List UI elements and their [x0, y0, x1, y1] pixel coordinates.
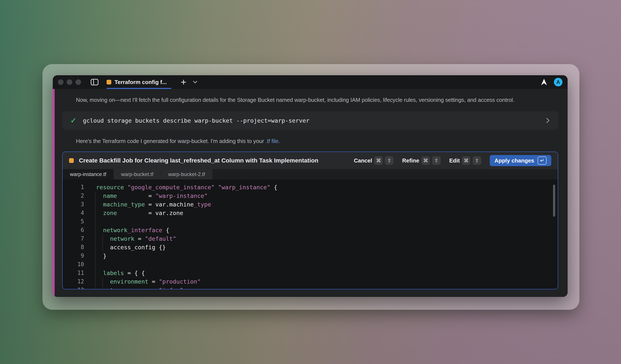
code-text: environment = "production"	[96, 278, 201, 285]
agent-message: Now, moving on—next I'll fetch the full …	[76, 96, 558, 103]
panel-header: Create Backfill Job for Clearing last_re…	[63, 152, 558, 169]
close-button[interactable]	[58, 79, 64, 85]
line-number: 7	[63, 235, 84, 242]
command-text: gcloud storage buckets describe warp-buc…	[83, 117, 310, 124]
sidebar-icon	[91, 79, 98, 85]
code-text: machine_type = var.machine_type	[96, 201, 211, 208]
code-text: name = "warp-instance"	[96, 193, 207, 199]
code-text: }	[96, 252, 106, 259]
line-number: 12	[63, 278, 84, 285]
code-line: 8 access_config {}	[63, 243, 558, 251]
code-line: 9 }	[63, 251, 558, 260]
cmd-keycap: ⌘	[374, 156, 383, 165]
code-line: 10	[63, 260, 558, 269]
avatar-letter: A	[556, 79, 560, 85]
cmd-keycap: ⌘	[462, 156, 470, 165]
file-tabs: warp-instance.tfwarp-bucket.tfwarp-bucke…	[63, 169, 558, 180]
chat-pane: Now, moving on—next I'll fetch the full …	[53, 89, 568, 297]
panel-actions: Cancel ⌘ ⇧ Refine ⌘ ⇧ Edit ⌘ ⇧	[345, 155, 551, 166]
scrollbar[interactable]	[553, 184, 555, 217]
line-number: 3	[63, 201, 84, 208]
expand-command-button[interactable]	[546, 117, 550, 124]
file-tab[interactable]: warp-bucket-2.tf	[161, 169, 212, 180]
code-line: 7 network = "default"	[63, 234, 558, 243]
code-text: network_interface {	[96, 227, 169, 233]
app-window: Terraform config f... + A Now, moving on…	[53, 75, 568, 297]
sidebar-toggle-button[interactable]	[90, 79, 99, 86]
code-line: 11 labels = { {	[63, 269, 558, 277]
code-lines: 1resource "google_compute_instance" "war…	[63, 183, 558, 289]
desktop-background: Terraform config f... + A Now, moving on…	[0, 0, 621, 364]
chevron-down-icon	[192, 80, 198, 84]
line-number: 4	[63, 210, 84, 216]
file-tab[interactable]: warp-instance.tf	[63, 169, 114, 180]
tab-title: Terraform config f...	[115, 79, 167, 85]
code-line: 6 network_interface {	[63, 226, 558, 234]
panel-status-icon	[69, 158, 74, 163]
code-text: resource "google_compute_instance" "warp…	[96, 184, 277, 191]
line-number: 6	[63, 227, 84, 233]
new-tab-button[interactable]: +	[181, 77, 186, 87]
indent-guide	[103, 234, 103, 251]
edit-button[interactable]: Edit ⌘ ⇧	[449, 156, 481, 165]
agent-message: Here's the Terraform code I generated fo…	[76, 137, 558, 145]
command-block[interactable]: ✓ gcloud storage buckets describe warp-b…	[62, 111, 558, 130]
indent-guide	[95, 191, 96, 289]
warp-logo-icon	[540, 79, 548, 86]
code-line: 13 team = "infra"	[63, 286, 558, 289]
code-line: 12 environment = "production"	[63, 277, 558, 286]
line-number: 2	[63, 193, 84, 199]
chevron-right-icon	[546, 117, 550, 124]
code-text: zone = var.zone	[96, 210, 183, 216]
cmd-keycap: ⌘	[421, 156, 430, 165]
line-number: 13	[63, 287, 84, 289]
line-number: 5	[63, 218, 84, 225]
shift-keycap: ⇧	[385, 156, 394, 165]
code-diff-panel: Create Backfill Job for Clearing last_re…	[62, 151, 558, 289]
shift-keycap: ⇧	[473, 156, 481, 165]
terminal-tab[interactable]: Terraform config f...	[106, 75, 171, 89]
tf-file-link[interactable]: .tf file.	[265, 138, 280, 144]
panel-title: Create Backfill Job for Clearing last_re…	[79, 157, 318, 164]
refine-button[interactable]: Refine ⌘ ⇧	[402, 156, 440, 165]
line-number: 9	[63, 252, 84, 259]
line-number: 8	[63, 244, 84, 250]
code-line: 4 zone = var.zone	[63, 209, 558, 217]
code-text: team = "infra"	[96, 287, 183, 289]
cancel-button[interactable]: Cancel ⌘ ⇧	[354, 156, 394, 165]
line-number: 10	[63, 261, 84, 267]
line-number: 11	[63, 270, 84, 276]
code-text: network = "default"	[96, 235, 176, 242]
indent-guide	[103, 277, 103, 289]
tab-dropdown-button[interactable]	[192, 80, 198, 84]
code-line: 1resource "google_compute_instance" "war…	[63, 183, 558, 191]
success-check-icon: ✓	[70, 116, 77, 125]
shift-keycap: ⇧	[432, 156, 441, 165]
maximize-button[interactable]	[75, 79, 81, 85]
tab-status-icon	[106, 80, 111, 84]
file-tab[interactable]: warp-bucket.tf	[114, 169, 161, 180]
return-keycap: ↵	[538, 156, 547, 165]
block-indicator-stripe	[53, 89, 55, 297]
titlebar-right: A	[540, 78, 562, 86]
minimize-button[interactable]	[67, 79, 72, 85]
code-editor: 1resource "google_compute_instance" "war…	[63, 180, 558, 289]
apply-changes-button[interactable]: Apply changes ↵	[490, 155, 551, 166]
account-avatar[interactable]: A	[554, 78, 562, 86]
code-line: 2 name = "warp-instance"	[63, 191, 558, 200]
titlebar: Terraform config f... + A	[53, 75, 568, 89]
code-line: 5	[63, 217, 558, 226]
code-text: labels = { {	[96, 270, 145, 276]
code-text: access_config {}	[96, 244, 166, 251]
line-number: 1	[63, 184, 84, 190]
message-text: Here's the Terraform code I generated fo…	[76, 138, 265, 144]
code-line: 3 machine_type = var.machine_type	[63, 200, 558, 209]
